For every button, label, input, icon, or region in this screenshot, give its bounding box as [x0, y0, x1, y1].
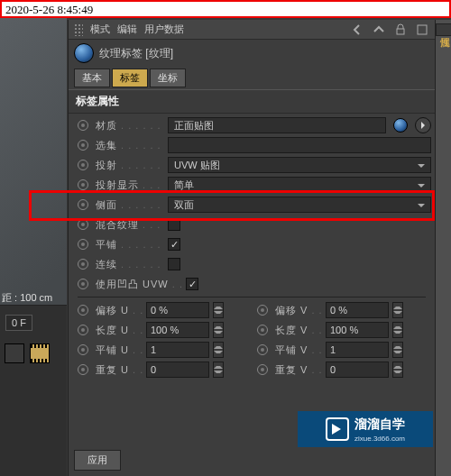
label-length-v: 长度 V: [275, 324, 322, 337]
anim-dot[interactable]: [78, 140, 88, 151]
drag-handle-icon[interactable]: [74, 23, 83, 36]
tab-row: 基本 标签 坐标: [69, 67, 435, 89]
tag-title: 纹理标签 [纹理]: [99, 46, 173, 61]
svg-rect-0: [397, 29, 404, 34]
thumb-empty[interactable]: [5, 343, 24, 363]
row-use-bump-uvw: 使用凹凸 UVW: [72, 274, 431, 294]
label-selection: 选集: [96, 139, 164, 152]
label-side: 侧面: [96, 198, 164, 212]
row-side: 侧面 双面: [72, 195, 431, 215]
row-tile: 平铺: [72, 234, 431, 254]
anim-dot[interactable]: [257, 325, 268, 335]
checkbox-continuous[interactable]: [168, 258, 180, 270]
label-tile-u: 平铺 U: [96, 343, 143, 357]
menu-edit[interactable]: 编辑: [117, 23, 137, 36]
label-tile: 平铺: [96, 238, 164, 252]
row-selection: 选集: [72, 135, 431, 155]
dropdown-side[interactable]: 双面: [168, 197, 431, 213]
grid-distance-label: 距 : 100 cm: [2, 291, 52, 305]
label-offset-v: 偏移 V: [275, 304, 322, 317]
tab-coord[interactable]: 坐标: [150, 69, 186, 87]
anim-dot[interactable]: [257, 344, 268, 355]
row-proj-display: 投射显示 简单: [72, 175, 431, 195]
viewport-strip: 距 : 100 cm 0 F: [0, 18, 67, 476]
lock-icon[interactable]: [393, 23, 408, 37]
anim-dot[interactable]: [78, 279, 88, 289]
anim-dot[interactable]: [78, 364, 88, 375]
spinner-offset-v[interactable]: [392, 302, 403, 318]
nav-up-icon[interactable]: [372, 23, 386, 37]
watermark-brand: 溜溜自学: [354, 416, 405, 433]
anim-dot[interactable]: [78, 219, 88, 230]
input-tile-u[interactable]: 1: [146, 342, 209, 358]
anim-dot[interactable]: [78, 160, 88, 170]
checkbox-mix-texture[interactable]: [168, 218, 180, 231]
anim-dot[interactable]: [78, 305, 88, 316]
svg-rect-1: [418, 25, 427, 34]
label-mix-texture: 混合纹理: [96, 218, 164, 232]
menu-userdata[interactable]: 用户数据: [144, 23, 184, 36]
dropdown-proj-display[interactable]: 简单: [168, 177, 431, 193]
spinner-length-u[interactable]: [213, 322, 224, 338]
dropdown-projection[interactable]: UVW 贴图: [168, 157, 431, 173]
right-tab-attributes[interactable]: 属性: [436, 23, 451, 36]
input-offset-u[interactable]: 0 %: [146, 302, 209, 318]
spinner-tile-v[interactable]: [392, 342, 403, 358]
section-header: 标签属性: [69, 89, 435, 114]
divider: [78, 297, 426, 298]
anim-dot[interactable]: [257, 364, 268, 375]
apply-button[interactable]: 应用: [74, 450, 121, 471]
panel-menubar: 模式 编辑 用户数据: [69, 20, 435, 40]
field-selection[interactable]: [168, 137, 431, 153]
spinner-offset-u[interactable]: [213, 302, 224, 318]
tab-basic[interactable]: 基本: [74, 69, 110, 87]
input-repeat-u[interactable]: 0: [146, 362, 209, 378]
anim-dot[interactable]: [78, 179, 88, 190]
thumb-film[interactable]: [30, 343, 50, 363]
attribute-panel: 模式 编辑 用户数据 纹理标签 [纹理] 基本 标签 坐标 标签属性 材质 正面…: [68, 20, 435, 476]
material-thumbs: [4, 343, 58, 364]
input-length-v[interactable]: 100 %: [326, 322, 389, 338]
timestamp-bar: 2020-5-26 8:45:49: [0, 0, 451, 18]
anim-dot[interactable]: [78, 239, 88, 250]
checkbox-use-bump-uvw[interactable]: [186, 278, 198, 290]
spinner-repeat-v[interactable]: [392, 362, 403, 378]
anim-dot[interactable]: [78, 325, 88, 335]
watermark: 溜溜自学 zixue.3d66.com: [298, 411, 433, 447]
label-tile-v: 平铺 V: [275, 343, 322, 357]
play-icon: [326, 417, 349, 441]
anim-dot[interactable]: [78, 120, 88, 131]
watermark-url: zixue.3d66.com: [354, 435, 405, 443]
material-preview-icon[interactable]: [393, 118, 408, 133]
spinner-repeat-u[interactable]: [213, 362, 224, 378]
spinner-tile-u[interactable]: [213, 342, 224, 358]
label-repeat-v: 重复 V: [275, 363, 322, 377]
anim-dot[interactable]: [78, 199, 88, 210]
anim-dot[interactable]: [78, 259, 88, 270]
tab-tag[interactable]: 标签: [112, 69, 148, 87]
input-offset-v[interactable]: 0 %: [326, 302, 389, 318]
menu-mode[interactable]: 模式: [90, 23, 110, 36]
row-projection: 投射 UVW 贴图: [72, 155, 431, 175]
row-continuous: 连续: [72, 254, 431, 274]
new-window-icon[interactable]: [415, 23, 429, 37]
anim-dot[interactable]: [78, 344, 88, 355]
label-repeat-u: 重复 U: [96, 363, 143, 377]
properties-list: 材质 正面贴图 选集 投射 UVW 贴图 投射显示 简单 侧面 双面: [69, 114, 435, 381]
input-repeat-v[interactable]: 0: [326, 362, 389, 378]
material-picker-arrow-icon[interactable]: [415, 117, 431, 133]
material-globe-icon: [74, 43, 94, 63]
spinner-length-v[interactable]: [392, 322, 403, 338]
tag-title-row: 纹理标签 [纹理]: [69, 40, 435, 67]
input-length-u[interactable]: 100 %: [146, 322, 209, 338]
nav-back-icon[interactable]: [350, 23, 364, 37]
label-material: 材质: [96, 119, 164, 133]
label-projection: 投射: [96, 159, 164, 172]
anim-dot[interactable]: [257, 305, 268, 316]
checkbox-tile[interactable]: [168, 238, 180, 251]
input-tile-v[interactable]: 1: [326, 342, 389, 358]
row-material: 材质 正面贴图: [72, 115, 431, 135]
field-material[interactable]: 正面贴图: [168, 117, 386, 133]
label-offset-u: 偏移 U: [96, 304, 143, 317]
temp-readout: 0 F: [5, 315, 32, 331]
